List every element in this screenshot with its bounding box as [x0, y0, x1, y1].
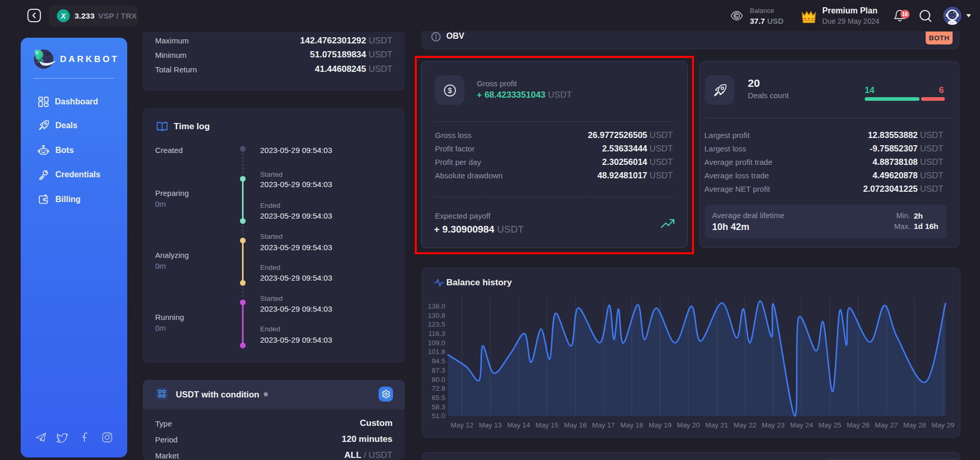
- svg-text:80.0: 80.0: [432, 376, 445, 384]
- svg-text:May 28: May 28: [903, 421, 926, 429]
- svg-text:116.3: 116.3: [428, 330, 445, 338]
- svg-text:May 20: May 20: [677, 421, 700, 429]
- svg-text:109.0: 109.0: [428, 339, 445, 347]
- svg-text:130.8: 130.8: [428, 312, 445, 319]
- svg-text:May 18: May 18: [621, 421, 643, 429]
- svg-text:May 16: May 16: [564, 421, 586, 429]
- svg-text:May 21: May 21: [705, 421, 728, 429]
- svg-text:101.8: 101.8: [428, 348, 445, 356]
- svg-text:May 27: May 27: [875, 421, 898, 429]
- svg-text:May 19: May 19: [649, 421, 671, 429]
- svg-text:58.3: 58.3: [432, 403, 445, 411]
- svg-text:94.5: 94.5: [432, 357, 445, 365]
- svg-text:65.5: 65.5: [432, 394, 445, 402]
- svg-text:May 12: May 12: [450, 421, 473, 429]
- svg-text:May 15: May 15: [535, 421, 558, 429]
- svg-text:May 22: May 22: [733, 421, 756, 429]
- svg-text:May 24: May 24: [790, 421, 813, 429]
- svg-text:138.0: 138.0: [428, 302, 445, 310]
- svg-text:May 25: May 25: [818, 421, 841, 429]
- svg-text:May 26: May 26: [847, 421, 869, 429]
- svg-text:May 14: May 14: [507, 421, 531, 429]
- svg-text:72.8: 72.8: [432, 385, 445, 392]
- svg-text:May 23: May 23: [762, 421, 785, 429]
- svg-text:51.0: 51.0: [432, 412, 445, 420]
- svg-text:May 13: May 13: [479, 421, 502, 429]
- svg-text:87.3: 87.3: [432, 366, 445, 374]
- svg-text:May 29: May 29: [931, 421, 954, 429]
- svg-text:May 17: May 17: [592, 421, 615, 429]
- svg-text:123.5: 123.5: [428, 320, 445, 328]
